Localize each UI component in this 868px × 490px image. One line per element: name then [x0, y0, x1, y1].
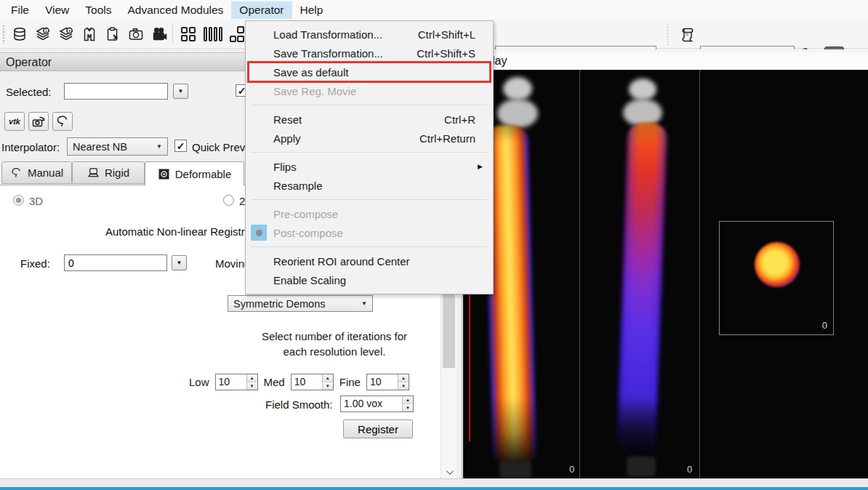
menubar: FileViewToolsAdvanced ModulesOperatorHel… — [0, 0, 868, 20]
menu-item-label: Load Transformation... — [273, 28, 382, 41]
database-icon[interactable] — [9, 24, 31, 44]
fixed-label: Fixed: — [20, 257, 50, 270]
menu-item-flips[interactable]: Flips▶ — [246, 157, 493, 176]
selected-input[interactable] — [64, 83, 168, 100]
selected-label: Selected: — [6, 86, 52, 98]
menu-item-resample[interactable]: Resample — [246, 176, 493, 195]
layers-one-icon[interactable]: 1 — [32, 24, 54, 44]
menu-item-shortcut: Ctrl+R — [444, 113, 483, 126]
spin-down-icon: ▼ — [398, 382, 409, 390]
iteration-label-med: Med — [264, 376, 285, 388]
register-button[interactable]: Register — [343, 419, 413, 438]
status-strip — [0, 478, 868, 487]
spin-up-icon: ▲ — [323, 374, 333, 382]
iterations-row: Low10▲▼Med10▲▼Fine10▲▼ — [189, 374, 409, 390]
method-value: Symmetric Demons — [233, 298, 326, 310]
script-icon[interactable]: = — [676, 24, 698, 44]
interpolator-label: Interpolator: — [1, 141, 60, 153]
submenu-arrow-icon: ▶ — [478, 163, 483, 170]
menu-item-save-transformation[interactable]: Save Transformation...Ctrl+Shift+S — [246, 44, 493, 63]
layers-add-icon[interactable]: + — [55, 24, 77, 44]
view3-label: 0 — [822, 320, 827, 331]
tab-rigid[interactable]: Rigid — [72, 161, 145, 184]
movie-camera-icon[interactable] — [148, 24, 170, 44]
view1-label: 0 — [569, 464, 574, 475]
spin-up-icon: ▲ — [403, 396, 413, 404]
clipboard-paste-icon[interactable] — [102, 24, 124, 44]
axial-view-frame[interactable]: 0 — [719, 221, 834, 335]
field-smooth-label: Field Smooth: — [265, 398, 333, 411]
vest-icon[interactable] — [79, 24, 100, 44]
iteration-spinner-fine[interactable]: 10▲▼ — [366, 374, 409, 390]
phantom-axial-circle — [755, 242, 800, 287]
interpolator-value: Nearest NB — [73, 141, 127, 153]
menu-item-label: Pre-compose — [273, 208, 338, 220]
spin-down-icon: ▼ — [403, 404, 413, 411]
image-viewport[interactable]: 0 0 0 — [463, 70, 868, 478]
tab-manual[interactable]: Manual — [1, 161, 72, 184]
view2-label: 0 — [687, 464, 692, 475]
layout-grid-2x2-icon[interactable] — [177, 24, 199, 44]
menu-item-pre-compose: Pre-compose — [246, 204, 493, 223]
svg-text:=: = — [686, 31, 689, 38]
layout-columns-icon[interactable] — [202, 24, 224, 44]
tab-deformable[interactable]: Deformable — [145, 161, 244, 185]
operator-menu: Load Transformation...Ctrl+Shift+LSave T… — [245, 20, 494, 294]
method-select[interactable]: Symmetric Demons ▼ — [228, 295, 373, 312]
spinner-arrows[interactable]: ▲▼ — [246, 374, 257, 390]
iterations-hint: Select number of iterations for each res… — [240, 329, 429, 359]
iteration-label-fine: Fine — [339, 376, 361, 388]
phantom-base — [627, 457, 656, 477]
camera-box-icon — [158, 168, 170, 180]
menu-item-enable-scaling[interactable]: Enable Scaling — [246, 270, 493, 289]
iteration-spinner-low[interactable]: 10▲▼ — [215, 374, 258, 390]
menu-item-reset[interactable]: ResetCtrl+R — [246, 110, 493, 129]
photo-camera-icon[interactable] — [125, 24, 147, 44]
menubar-item-tools[interactable]: Tools — [77, 1, 119, 19]
menubar-item-help[interactable]: Help — [292, 1, 331, 19]
spin-down-icon: ▼ — [247, 382, 257, 390]
interpolator-select[interactable]: Nearest NB ▼ — [67, 137, 168, 156]
spinner-arrows[interactable]: ▲▼ — [402, 396, 413, 411]
menu-item-label: Enable Scaling — [273, 274, 346, 286]
menu-separator — [252, 246, 487, 247]
fixed-dropdown-button[interactable]: ▼ — [172, 255, 187, 270]
vtk-button[interactable]: vtk — [4, 112, 25, 131]
quick-preview-checkbox[interactable]: ✓ — [174, 140, 187, 152]
lasso-icon — [10, 166, 23, 179]
scrollbar-thumb[interactable] — [443, 286, 455, 368]
menubar-item-advanced-modules[interactable]: Advanced Modules — [120, 1, 232, 19]
menu-item-label: Save as default — [273, 66, 348, 79]
menu-item-save-as-default[interactable]: Save as default — [246, 63, 493, 81]
selected-dropdown-button[interactable]: ▼ — [173, 84, 188, 99]
chevron-down-icon: ▼ — [156, 143, 162, 150]
field-smooth-spinner[interactable]: 1.00 vox ▲▼ — [340, 395, 414, 412]
lasso-icon[interactable] — [52, 112, 73, 131]
menu-item-load-transformation[interactable]: Load Transformation...Ctrl+Shift+L — [246, 25, 493, 44]
menu-item-label: Save Reg. Movie — [273, 85, 356, 97]
toolbar-grip[interactable] — [2, 25, 5, 44]
fixed-input[interactable] — [64, 254, 167, 271]
view-separator — [579, 70, 580, 478]
camera-revert-icon[interactable] — [28, 112, 49, 131]
radio-3d-label: 3D — [29, 195, 43, 207]
menu-item-label: Resample — [273, 180, 323, 192]
scrollbar-down-button[interactable] — [441, 466, 457, 478]
menu-item-apply[interactable]: ApplyCtrl+Return — [246, 129, 493, 148]
phantom-cap — [497, 99, 538, 128]
menubar-item-view[interactable]: View — [37, 1, 77, 19]
iteration-spinner-med[interactable]: 10▲▼ — [291, 374, 334, 390]
menubar-item-operator[interactable]: Operator — [231, 1, 292, 19]
spinner-arrows[interactable]: ▲▼ — [322, 374, 333, 390]
menu-separator — [252, 105, 487, 105]
menu-item-save-reg-movie: Save Reg. Movie — [246, 81, 493, 100]
radio-3d — [13, 195, 24, 206]
menu-item-label: Post-compose — [273, 227, 343, 239]
chevron-down-icon — [446, 467, 454, 475]
spinner-arrows[interactable]: ▲▼ — [398, 374, 409, 390]
radio-2d[interactable] — [223, 195, 234, 206]
spin-up-icon: ▲ — [247, 374, 257, 382]
auto-nonlinear-label: Automatic Non-linear Registration — [105, 225, 268, 238]
menubar-item-file[interactable]: File — [3, 1, 37, 19]
menu-item-reorient-roi-around-center[interactable]: Reorient ROI around Center — [246, 252, 493, 270]
